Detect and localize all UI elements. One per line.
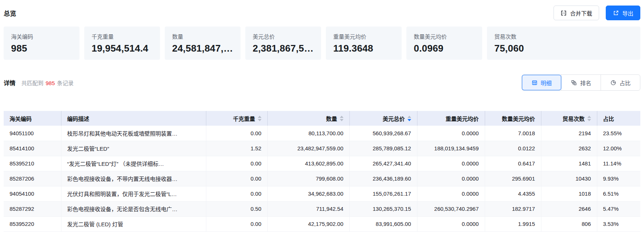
quantity-avg-price-cell: 0.0122	[485, 141, 541, 156]
sort-carets-icon	[258, 116, 261, 121]
match-prefix: 共匹配到	[21, 80, 43, 86]
detail-table: 海关编码 编码描述 千克重量 数量 美元总价 重量美元均价 数量美元均价 贸易次…	[4, 111, 640, 232]
page: 总览 合并下载	[0, 0, 644, 232]
share-cell: 3.53%	[597, 216, 640, 231]
trade-count-cell: 1018	[541, 186, 597, 201]
match-count: 985	[46, 80, 55, 86]
trade-count-cell: 1481	[541, 156, 597, 171]
quantity-cell: 80,113,700.00	[267, 126, 349, 141]
export-icon	[613, 10, 619, 16]
table-row[interactable]: 85287292 彩色电视接收设备，无论是否包含无线电广… 0.50 711,9…	[4, 201, 640, 216]
table-row[interactable]: 85395220 发光二极管 (LED) 灯管 0.00 42,175,902.…	[4, 216, 640, 231]
table-icon	[531, 80, 538, 86]
trade-count-cell: 2632	[541, 141, 597, 156]
description-cell: 枝形吊灯和其他电动天花板或墙壁照明装置…	[61, 126, 206, 141]
sort-carets-icon-active-desc	[408, 116, 411, 121]
card-value: 19,954,514.4	[92, 43, 160, 54]
summary-card-quantity-avg-price: 数量美元均价 0.0969	[406, 27, 482, 60]
weight-avg-price-cell: 260,530,740.2967	[417, 201, 485, 216]
col-header-kg-weight[interactable]: 千克重量	[206, 111, 267, 126]
trade-count-cell: 806	[541, 216, 597, 231]
usd-total-cell: 130,265,370.15	[349, 201, 417, 216]
merge-cells-icon	[561, 10, 567, 16]
kg-weight-cell: 1.52	[206, 141, 267, 156]
hs-code-cell: 85395220	[4, 216, 61, 231]
weight-avg-price-cell: 0.0000	[417, 156, 485, 171]
card-label: 海关编码	[11, 32, 79, 40]
card-label: 千克重量	[92, 32, 160, 40]
description-cell: 发光二极管“LED”	[61, 141, 206, 156]
share-cell: 23.55%	[597, 126, 640, 141]
tab-label: 明细	[541, 79, 552, 87]
card-value: 75,060	[494, 43, 640, 54]
card-label: 数量美元均价	[414, 32, 482, 40]
trade-count-cell: 2194	[541, 126, 597, 141]
trade-count-cell: 10430	[541, 171, 597, 186]
sort-carets-icon	[587, 116, 591, 121]
detail-title: 详情	[4, 78, 15, 87]
share-cell: 9.93%	[597, 171, 640, 186]
quantity-avg-price-cell: 0.6417	[485, 156, 541, 171]
share-cell: 11.14%	[597, 156, 640, 171]
weight-avg-price-cell: 0.0000	[417, 186, 485, 201]
summary-card-hs-code: 海关编码 985	[4, 27, 79, 60]
card-label: 美元总价	[253, 32, 321, 40]
topbar-actions: 合并下载 导出	[554, 6, 640, 20]
tab-proportion[interactable]: 占比	[601, 75, 640, 90]
usd-total-cell: 560,939,268.67	[349, 126, 417, 141]
quantity-avg-price-cell: 182.9717	[485, 201, 541, 216]
quantity-avg-price-cell: 1.9915	[485, 216, 541, 231]
table-row[interactable]: 94054100 光伏灯具和照明装置，仅用于发光二极管“L… 0.00 34,9…	[4, 186, 640, 201]
share-cell: 5.47%	[597, 201, 640, 216]
tab-label: 占比	[619, 79, 630, 87]
tab-detail[interactable]: 明细	[522, 75, 561, 90]
quantity-cell: 413,602,895.00	[267, 156, 349, 171]
hs-code-cell: 94051100	[4, 126, 61, 141]
col-header-trade-count[interactable]: 贸易次数	[541, 111, 597, 126]
weight-avg-price-cell: 188,019,134.9459	[417, 141, 485, 156]
description-cell: 彩色电视接收设备，无论是否包含无线电广…	[61, 201, 206, 216]
page-title: 总览	[4, 8, 16, 18]
kg-weight-cell: 0.00	[206, 186, 267, 201]
weight-avg-price-cell: 0.0000	[417, 126, 485, 141]
card-value: 2,381,867,5…	[253, 43, 321, 54]
description-cell: 光伏灯具和照明装置，仅用于发光二极管“L…	[61, 186, 206, 201]
card-value: 985	[11, 43, 79, 54]
col-header-hs-code: 海关编码	[4, 111, 61, 126]
description-cell: 发光二极管 (LED) 灯管	[61, 216, 206, 231]
col-header-usd-total[interactable]: 美元总价	[349, 111, 417, 126]
kg-weight-cell: 0.50	[206, 201, 267, 216]
quantity-cell: 799,608.00	[267, 171, 349, 186]
quantity-cell: 711,942.54	[267, 201, 349, 216]
usd-total-cell: 155,076,261.17	[349, 186, 417, 201]
match-suffix: 条记录	[57, 80, 74, 86]
usd-total-cell: 285,789,085.12	[349, 141, 417, 156]
table-row[interactable]: 94051100 枝形吊灯和其他电动天花板或墙壁照明装置… 0.00 80,11…	[4, 126, 640, 141]
usd-total-cell: 83,991,605.00	[349, 216, 417, 231]
col-header-quantity-avg-price: 数量美元均价	[485, 111, 541, 126]
table-row[interactable]: 85414100 发光二极管“LED” 1.52 23,482,947,559.…	[4, 141, 640, 156]
merge-download-button[interactable]: 合并下载	[554, 6, 599, 20]
card-label: 贸易次数	[494, 32, 640, 40]
col-header-quantity[interactable]: 数量	[267, 111, 349, 126]
summary-card-usd-total: 美元总价 2,381,867,5…	[245, 27, 321, 60]
detail-header: 详情 共匹配到985条记录 明细	[4, 74, 640, 91]
usd-total-cell: 265,427,341.40	[349, 156, 417, 171]
summary-cards: 海关编码 985 千克重量 19,954,514.4 数量 24,581,847…	[4, 27, 640, 60]
summary-card-quantity: 数量 24,581,847,…	[165, 27, 241, 60]
weight-avg-price-cell: 0.0000	[417, 171, 485, 186]
export-label: 导出	[622, 9, 633, 17]
table-row[interactable]: 85395210 “发光二极管“LED”灯” （未提供详细标… 0.00 413…	[4, 156, 640, 171]
quantity-cell: 23,482,947,559.00	[267, 141, 349, 156]
detail-title-group: 详情 共匹配到985条记录	[4, 78, 74, 87]
merge-download-label: 合并下载	[570, 9, 592, 17]
hs-code-cell: 85287292	[4, 201, 61, 216]
quantity-cell: 34,962,683.00	[267, 186, 349, 201]
card-label: 重量美元均价	[333, 32, 402, 40]
export-button[interactable]: 导出	[606, 6, 640, 20]
quantity-cell: 42,175,902.00	[267, 216, 349, 231]
table-row[interactable]: 85287206 彩色电视接收设备，不带内置无线电接收器… 0.00 799,6…	[4, 171, 640, 186]
description-cell: “发光二极管“LED”灯” （未提供详细标…	[61, 156, 206, 171]
tab-ranking[interactable]: 排名	[561, 75, 601, 90]
share-cell: 12.00%	[597, 141, 640, 156]
